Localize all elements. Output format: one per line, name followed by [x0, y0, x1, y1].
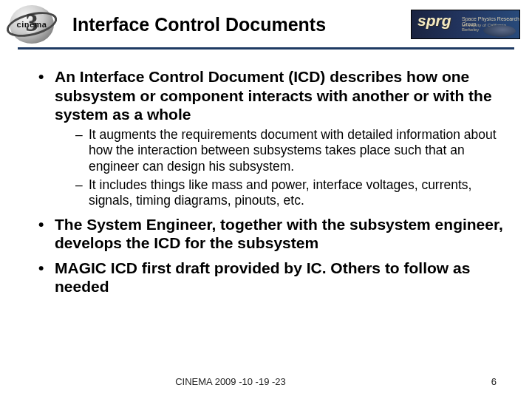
- bullet-2: The System Engineer, together with the s…: [38, 215, 510, 253]
- footer-text: CINEMA 2009 -10 -19 -23: [0, 376, 461, 387]
- bullet-1-sublist: It augments the requirements document wi…: [55, 127, 510, 209]
- content-area: An Interface Control Document (ICD) desc…: [0, 50, 532, 296]
- bullet-1-text: An Interface Control Document (ICD) desc…: [55, 68, 492, 123]
- slide: 3 cinema Interface Control Documents spr…: [0, 0, 532, 399]
- page-number: 6: [461, 376, 497, 387]
- bullet-1-sub-2: It includes things like mass and power, …: [75, 177, 510, 209]
- bullet-1: An Interface Control Document (ICD) desc…: [38, 67, 510, 209]
- logo-word: cinema: [17, 21, 47, 29]
- sprg-logo: sprg Space Physics Research Group Univer…: [411, 10, 520, 39]
- sprg-acronym: sprg: [417, 13, 451, 28]
- cinema-logo: 3 cinema: [4, 4, 59, 44]
- header: 3 cinema Interface Control Documents spr…: [0, 0, 532, 44]
- bullet-1-sub-1: It augments the requirements document wi…: [75, 127, 510, 174]
- sprg-graphic-icon: [483, 25, 516, 37]
- slide-title: Interface Control Documents: [59, 14, 411, 35]
- bullet-list: An Interface Control Document (ICD) desc…: [38, 67, 510, 296]
- bullet-3: MAGIC ICD first draft provided by IC. Ot…: [38, 259, 510, 296]
- footer: CINEMA 2009 -10 -19 -23 6: [0, 376, 532, 387]
